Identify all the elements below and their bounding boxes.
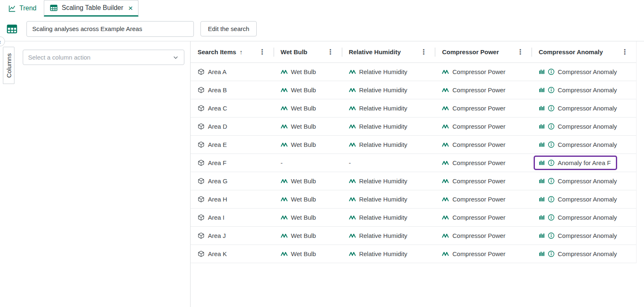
info-icon[interactable] [548,232,555,239]
highlighted-anomaly-cell[interactable]: Anomaly for Area F [534,156,617,170]
chevron-down-icon [172,54,179,61]
asset-cube-icon [198,232,205,239]
signal-icon [442,197,449,202]
condition-icon [539,141,545,148]
asset-cube-icon [198,250,205,257]
signal-icon [442,69,449,75]
asset-cube-icon [198,159,205,166]
table-row[interactable]: Area I Wet Bulb Relative Humidity Compre… [191,209,636,227]
info-icon[interactable] [548,250,555,257]
table-row[interactable]: Area C Wet Bulb Relative Humidity Compre… [191,99,636,118]
compressor-power-cell-label: Compressor Power [452,177,505,185]
search-item-label: Area A [208,68,227,75]
columns-panel-tab[interactable]: Columns [3,47,14,84]
table-row[interactable]: Area E Wet Bulb Relative Humidity Compre… [191,136,636,154]
search-item-label: Area E [208,141,227,148]
signal-icon [281,124,288,130]
search-input[interactable] [26,21,194,37]
column-header-label: Compressor Anomaly [539,48,603,55]
compressor-power-cell-label: Compressor Power [452,214,505,221]
column-header-wet-bulb[interactable]: Wet Bulb ⋮ [274,41,342,62]
column-header-compressor-power[interactable]: Compressor Power ⋮ [435,41,532,62]
kebab-menu-icon[interactable]: ⋮ [620,48,630,56]
signal-icon [349,87,356,93]
asset-cube-icon [198,68,205,75]
column-header-relative-humidity[interactable]: Relative Humidity ⋮ [342,41,435,62]
table-row[interactable]: Area F - - Compressor Power Anomaly for … [191,154,636,172]
table-row[interactable]: Area B Wet Bulb Relative Humidity Compre… [191,81,636,99]
table-row[interactable]: Area H Wet Bulb Relative Humidity Compre… [191,190,636,209]
kebab-menu-icon[interactable]: ⋮ [515,48,525,56]
search-item-label: Area B [208,86,227,94]
column-header-compressor-anomaly[interactable]: Compressor Anomaly ⋮ [532,41,636,62]
info-icon[interactable] [548,86,555,94]
asset-cube-icon [198,141,205,148]
column-header-label: Wet Bulb [281,48,308,55]
wet-bulb-cell-label: Wet Bulb [291,214,316,221]
toolbar: Edit the search [0,17,644,41]
condition-icon [539,123,545,130]
tab-trend[interactable]: Trend [5,0,40,17]
tab-scaling-table-builder[interactable]: Scaling Table Builder × [44,0,138,17]
compressor-anomaly-cell-label: Compressor Anomaly [558,68,617,75]
compressor-power-cell-label: Compressor Power [452,159,505,166]
edit-search-button[interactable]: Edit the search [200,21,257,36]
condition-icon [539,214,545,221]
scaling-table: Search Items ↑ ⋮ Wet Bulb ⋮ Relative Hum… [191,41,644,307]
relative-humidity-cell-label: Relative Humidity [359,214,408,221]
relative-humidity-cell-label: Relative Humidity [359,105,408,112]
info-icon[interactable] [548,159,555,166]
signal-icon [349,69,356,75]
compressor-anomaly-cell-label: Compressor Anomaly [558,177,617,185]
info-icon[interactable] [548,105,555,112]
search-item-label: Area J [208,232,226,239]
table-row[interactable]: Area J Wet Bulb Relative Humidity Compre… [191,227,636,245]
signal-icon [349,233,356,239]
wet-bulb-cell-empty: - [281,159,283,166]
columns-panel: Select a column action [0,41,191,307]
kebab-menu-icon[interactable]: ⋮ [418,48,429,56]
table-row[interactable]: Area G Wet Bulb Relative Humidity Compre… [191,172,636,190]
tab-trend-label: Trend [19,5,36,12]
signal-icon [442,251,449,257]
kebab-menu-icon[interactable]: ⋮ [257,48,267,56]
info-icon[interactable] [548,177,555,185]
wet-bulb-cell-label: Wet Bulb [291,232,316,239]
asset-cube-icon [198,214,205,221]
signal-icon [281,142,288,148]
compressor-anomaly-cell-label: Anomaly for Area F [558,159,611,166]
compressor-power-cell-label: Compressor Power [452,86,505,94]
wet-bulb-cell-label: Wet Bulb [291,105,316,112]
table-row[interactable]: Area K Wet Bulb Relative Humidity Compre… [191,245,636,263]
condition-icon [539,68,545,75]
kebab-menu-icon[interactable]: ⋮ [325,48,336,56]
info-icon[interactable] [548,123,555,130]
relative-humidity-cell-label: Relative Humidity [359,196,408,203]
table-builder-mode-button[interactable] [6,23,18,35]
info-icon[interactable] [548,196,555,203]
compressor-anomaly-cell-label: Compressor Anomaly [558,196,617,203]
condition-icon [539,177,545,185]
compressor-anomaly-cell-label: Compressor Anomaly [558,105,617,112]
relative-humidity-cell-label: Relative Humidity [359,232,408,239]
signal-icon [442,215,449,221]
info-icon[interactable] [548,141,555,148]
table-icon [50,4,58,12]
compressor-power-cell-label: Compressor Power [452,141,505,148]
column-action-select[interactable]: Select a column action [23,50,184,65]
info-icon[interactable] [548,68,555,75]
info-icon[interactable] [548,214,555,221]
relative-humidity-cell-label: Relative Humidity [359,86,408,94]
table-header-row: Search Items ↑ ⋮ Wet Bulb ⋮ Relative Hum… [191,41,636,63]
signal-icon [281,197,288,202]
signal-icon [349,106,356,111]
table-row[interactable]: Area D Wet Bulb Relative Humidity Compre… [191,118,636,136]
search-item-label: Area H [208,196,227,203]
column-header-search-items[interactable]: Search Items ↑ ⋮ [191,41,274,62]
table-row[interactable]: Area A Wet Bulb Relative Humidity Compre… [191,63,636,81]
condition-icon [539,250,545,257]
close-icon[interactable]: × [128,4,133,12]
sort-ascending-icon[interactable]: ↑ [239,48,243,55]
asset-cube-icon [198,86,205,94]
relative-humidity-cell-label: Relative Humidity [359,177,408,185]
